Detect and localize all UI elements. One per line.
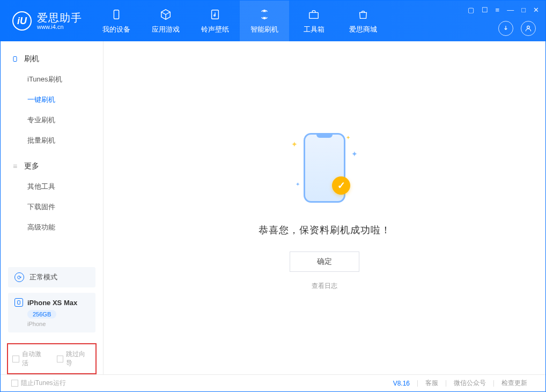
nav-smart-flash[interactable]: 智能刷机 (240, 1, 289, 41)
checkbox-icon (12, 356, 19, 363)
header-actions (498, 21, 536, 36)
ok-button[interactable]: 确定 (290, 252, 359, 272)
nav-toolbox[interactable]: 工具箱 (289, 1, 338, 41)
spark-icon: ✦ (351, 150, 358, 158)
checkbox-label: 阻止iTunes运行 (21, 379, 66, 388)
close-button[interactable]: ✕ (533, 6, 539, 14)
device-small-icon (14, 298, 23, 307)
section-title: 更多 (24, 161, 39, 171)
logo-icon: iU (12, 11, 32, 31)
bag-icon (356, 8, 370, 21)
nav-ringtones[interactable]: 铃声壁纸 (190, 1, 240, 41)
nav-label: 应用游戏 (152, 25, 180, 34)
top-nav: 我的设备 应用游戏 铃声壁纸 智能刷机 工具箱 爱思商城 (92, 1, 388, 41)
sidebar: 刷机 iTunes刷机 一键刷机 专业刷机 批量刷机 ≡ 更多 其他工具 下载固… (1, 41, 104, 374)
sidebar-item-download-firmware[interactable]: 下载固件 (1, 197, 103, 217)
music-icon (208, 8, 222, 21)
sidebar-section-more: ≡ 更多 (1, 158, 103, 176)
refresh-icon (257, 8, 271, 21)
check-badge-icon: ✓ (332, 176, 350, 195)
checkbox-icon (57, 356, 64, 363)
app-header: iU 爱思助手 www.i4.cn 我的设备 应用游戏 铃声壁纸 智能刷机 工具… (1, 1, 545, 41)
svg-rect-5 (13, 57, 17, 62)
nav-store[interactable]: 爱思商城 (338, 1, 388, 41)
svg-point-4 (527, 26, 530, 28)
list-icon: ≡ (11, 162, 19, 170)
minimize-button[interactable]: — (507, 6, 514, 14)
svg-rect-3 (309, 12, 319, 18)
device-card[interactable]: iPhone XS Max 256GB iPhone (8, 293, 95, 332)
download-button[interactable] (498, 21, 513, 36)
highlighted-checks: 自动激活 跳过向导 (7, 343, 97, 374)
cube-icon (159, 8, 173, 21)
maximize-button[interactable]: □ (521, 6, 526, 14)
success-message: 恭喜您，保资料刷机成功啦！ (259, 224, 391, 236)
sidebar-item-other-tools[interactable]: 其他工具 (1, 176, 103, 197)
account-button[interactable] (521, 21, 536, 36)
app-body: 刷机 iTunes刷机 一键刷机 专业刷机 批量刷机 ≡ 更多 其他工具 下载固… (1, 41, 545, 374)
menu-icon[interactable]: ≡ (496, 6, 500, 14)
sidebar-item-itunes-flash[interactable]: iTunes刷机 (1, 69, 103, 90)
nav-label: 我的设备 (102, 25, 130, 34)
checkbox-label: 跳过向导 (66, 350, 91, 368)
svg-rect-6 (18, 301, 20, 305)
sidebar-scroll: 刷机 iTunes刷机 一键刷机 专业刷机 批量刷机 ≡ 更多 其他工具 下载固… (1, 41, 103, 261)
sidebar-item-batch-flash[interactable]: 批量刷机 (1, 130, 103, 151)
spark-icon: ✦ (291, 140, 298, 149)
nav-label: 铃声壁纸 (201, 25, 229, 34)
checkbox-icon (11, 380, 18, 387)
mode-label: 正常模式 (29, 272, 57, 282)
success-illustration: ✦ ✦ ✦ ✦ ✓ (271, 125, 378, 211)
nav-my-device[interactable]: 我的设备 (92, 1, 141, 41)
nav-label: 爱思商城 (349, 25, 377, 34)
sidebar-item-advanced[interactable]: 高级功能 (1, 217, 103, 238)
titlebar-controls: ▢ ☐ ≡ — □ ✕ (468, 6, 539, 14)
nav-label: 智能刷机 (250, 25, 278, 34)
phone-icon (11, 55, 19, 63)
checkbox-block-itunes[interactable]: 阻止iTunes运行 (11, 379, 66, 388)
nav-apps-games[interactable]: 应用游戏 (141, 1, 190, 41)
spark-icon: ✦ (346, 135, 350, 140)
wechat-link[interactable]: 微信公众号 (446, 379, 493, 388)
app-name: 爱思助手 (37, 12, 82, 24)
view-log-link[interactable]: 查看日志 (312, 282, 337, 291)
logo-area: iU 爱思助手 www.i4.cn (1, 11, 92, 31)
section-title: 刷机 (24, 54, 39, 64)
update-link[interactable]: 检查更新 (494, 379, 535, 388)
support-link[interactable]: 客服 (418, 379, 446, 388)
checkbox-skip-guide[interactable]: 跳过向导 (57, 350, 92, 368)
logo-text: 爱思助手 www.i4.cn (37, 12, 82, 30)
spark-icon: ✦ (296, 181, 300, 187)
sidebar-item-onekey-flash[interactable]: 一键刷机 (1, 90, 103, 110)
svg-rect-0 (114, 10, 119, 19)
status-bar: 阻止iTunes运行 V8.16 客服 微信公众号 检查更新 (1, 374, 545, 391)
sidebar-item-pro-flash[interactable]: 专业刷机 (1, 110, 103, 130)
skin-icon[interactable]: ▢ (468, 6, 474, 14)
device-capacity: 256GB (27, 310, 56, 319)
main-content: ✦ ✦ ✦ ✦ ✓ 恭喜您，保资料刷机成功啦！ 确定 查看日志 (104, 41, 545, 374)
app-website: www.i4.cn (37, 24, 82, 30)
nav-label: 工具箱 (304, 25, 324, 34)
toolbox-icon (307, 8, 321, 21)
footer-right: V8.16 客服 微信公众号 检查更新 (386, 379, 535, 388)
device-type: iPhone (27, 321, 89, 327)
sidebar-bottom: ⟳ 正常模式 iPhone XS Max 256GB iPhone (1, 261, 103, 339)
device-name: iPhone XS Max (27, 299, 77, 307)
mode-card[interactable]: ⟳ 正常模式 (8, 267, 95, 287)
checkbox-auto-activate[interactable]: 自动激活 (12, 350, 47, 368)
svg-point-2 (214, 14, 216, 16)
version-label[interactable]: V8.16 (386, 380, 417, 387)
mode-icon: ⟳ (14, 272, 24, 282)
sidebar-section-flash: 刷机 (1, 51, 103, 69)
device-icon (109, 8, 123, 21)
checkbox-label: 自动激活 (22, 350, 47, 368)
feedback-icon[interactable]: ☐ (482, 6, 488, 14)
